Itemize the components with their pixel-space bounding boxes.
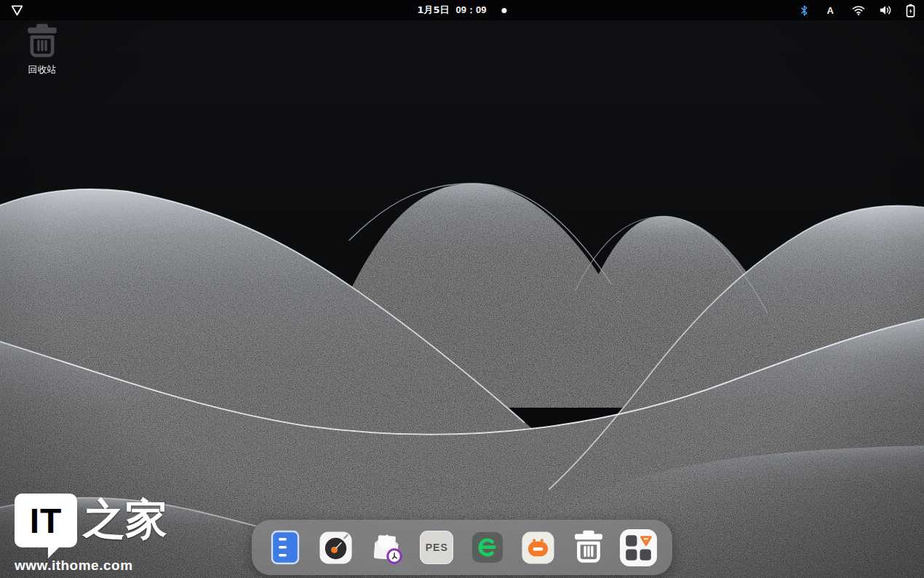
recycle-bin-icon (23, 23, 61, 60)
clock-time: 09：09 (456, 4, 487, 17)
bluetooth-button[interactable] (800, 4, 809, 17)
dock-item-recycle-bin[interactable] (570, 527, 608, 568)
file-manager-icon (271, 530, 300, 565)
wallpaper (0, 0, 924, 578)
ithome-watermark: IT 之家 www.ithome.com (15, 494, 167, 574)
volume-button[interactable] (879, 4, 892, 16)
dock-item-file-manager[interactable] (266, 527, 304, 568)
pes-game-label: PES (426, 542, 448, 553)
battery-button[interactable] (906, 4, 915, 17)
camera-icon (319, 531, 353, 565)
privacy-indicator-dot (502, 8, 507, 13)
dock-item-app-launcher[interactable] (620, 527, 658, 568)
ithome-logo-bubble: IT (15, 494, 77, 547)
recycle-bin-label: 回收站 (28, 63, 57, 76)
pes-game-icon: PES (420, 531, 453, 564)
dock-item-camera[interactable] (316, 527, 354, 568)
ithome-url: www.ithome.com (15, 558, 167, 574)
input-method-indicator[interactable]: A (823, 5, 838, 16)
dock: PES (252, 520, 672, 575)
ai-assistant-icon (521, 531, 555, 565)
dock-item-pes-game[interactable]: PES (418, 527, 455, 568)
dock-item-mail[interactable] (367, 527, 405, 568)
system-tray: A (800, 0, 915, 20)
ithome-logo-calligraphy: 之家 (83, 494, 167, 545)
dock-recycle-bin-icon (571, 529, 606, 566)
wifi-button[interactable] (852, 5, 865, 16)
openkylin-logo-icon (10, 4, 24, 17)
openkylin-menu-button[interactable] (9, 3, 25, 18)
wallpaper-dunes-graphic (0, 0, 924, 578)
screen: 1月5日 09：09 A (0, 0, 924, 578)
dock-item-browser[interactable] (469, 527, 506, 568)
browser-icon (471, 531, 504, 564)
app-launcher-icon (619, 528, 658, 567)
desktop-recycle-bin[interactable]: 回收站 (13, 23, 71, 76)
clock[interactable]: 1月5日 09：09 (417, 0, 506, 20)
clock-date: 1月5日 (417, 4, 449, 17)
wifi-icon (852, 5, 865, 16)
dock-item-ai-assistant[interactable] (519, 527, 557, 568)
bluetooth-icon (800, 4, 809, 17)
mail-icon (369, 529, 404, 566)
battery-charging-icon (906, 4, 915, 17)
input-method-label: A (827, 5, 834, 16)
volume-icon (879, 4, 892, 16)
top-bar: 1月5日 09：09 A (0, 0, 924, 20)
ithome-logo-text: IT (30, 501, 63, 541)
